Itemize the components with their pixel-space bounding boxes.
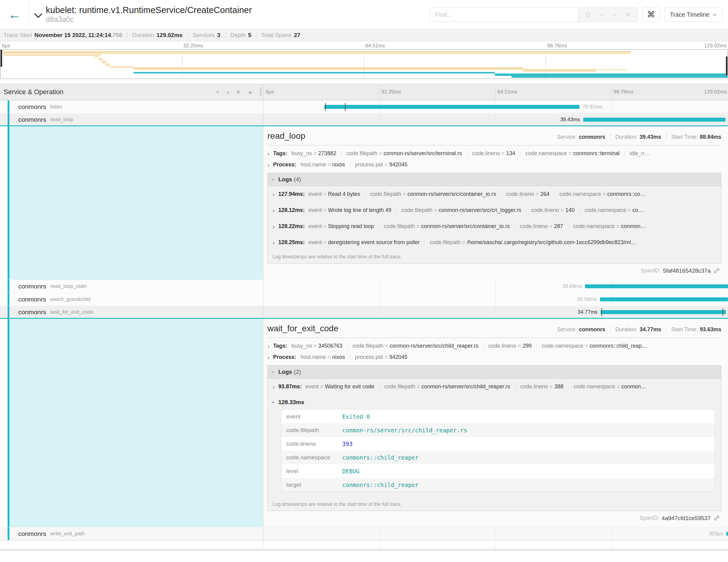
span-bar[interactable] (585, 284, 728, 288)
find-locate-button[interactable] (581, 11, 595, 18)
trace-id: d8a3a0c (46, 15, 252, 24)
logs-header[interactable]: › Logs (4) (268, 173, 721, 186)
span-timeline-cell[interactable]: 39.43ms (263, 114, 728, 125)
logs-count: (4) (294, 176, 301, 183)
find-control: › › (430, 8, 638, 22)
span-link-button[interactable] (713, 267, 720, 274)
span-row-write-exit-path[interactable]: conmonrs write_exit_path 303μs (0, 527, 728, 540)
span-bar[interactable] (600, 310, 726, 314)
log-entry-expanded[interactable]: › 128.33ms (268, 395, 721, 409)
partial-span-row (0, 540, 728, 549)
link-icon (713, 515, 720, 522)
minimap-span (106, 63, 110, 66)
expand-one-button[interactable]: › (227, 88, 229, 96)
duration-label: Duration (132, 32, 154, 39)
log-fields-table: event Exited 0 code.filepath conmon-rs/s… (281, 409, 715, 492)
chevron-right-icon: › (273, 384, 275, 390)
log-entry[interactable]: › 128.22ms: event=Stopping read loop cod… (268, 218, 721, 234)
column-resizer[interactable] (260, 88, 262, 96)
span-detail-wait-for-exit-code: wait_for_exit_code Service:conmonrs Dura… (0, 319, 728, 527)
log-marker[interactable] (601, 308, 602, 316)
span-timeline-cell[interactable]: 35.58ms (263, 293, 728, 306)
service-color-bar (8, 100, 9, 113)
service-value: conmonrs (579, 134, 605, 140)
log-entry[interactable]: › 127.94ms: event=Read 4 bytes code.file… (268, 186, 721, 202)
log-entry[interactable]: › 128.12ms: event=Wrote log line of leng… (268, 202, 721, 218)
log-marker[interactable] (345, 103, 345, 111)
minimap-span (512, 76, 727, 78)
minimap-left-handle[interactable] (1, 50, 2, 67)
log-marker[interactable] (325, 103, 326, 111)
collapse-one-button[interactable]: › (214, 91, 222, 93)
process-row[interactable]: › Process: host.name=nixos process.pid=9… (267, 162, 721, 168)
start-time-label: Start Time: (671, 134, 698, 140)
minimap-span (4, 54, 101, 56)
detail-title: wait_for_exit_code (267, 324, 338, 333)
chevron-right-icon: › (267, 162, 270, 168)
minimap-span (134, 72, 495, 73)
tags-row[interactable]: › Tags: busy_ns=34506763 code.filepath=c… (267, 343, 721, 349)
trace-collapse-toggle[interactable] (34, 13, 43, 18)
logs-section: › Logs (2) › 93.87ms: event=Waiting for … (267, 365, 721, 511)
find-clear-button[interactable] (621, 12, 635, 18)
span-bar[interactable] (726, 532, 728, 536)
ruler-tick: 129.02ms (704, 43, 727, 49)
x-icon (625, 12, 631, 17)
span-bar[interactable] (600, 298, 728, 301)
ruler-tick: 64.51ms (365, 43, 385, 49)
log-marker[interactable] (723, 308, 723, 316)
find-prev-button[interactable]: › (595, 11, 608, 18)
duration-label: Duration: (615, 134, 638, 140)
span-timeline-cell[interactable]: 70.91ms (263, 100, 728, 113)
spanid-label: SpanID: (641, 267, 661, 274)
span-timeline-cell[interactable]: 39.69ms (263, 280, 728, 293)
logs-note: Log timestamps are relative to the start… (268, 250, 721, 263)
span-link-button[interactable] (713, 515, 720, 522)
span-row-read-loop-stdin[interactable]: conmonrs read_loop_stdin 39.69ms (0, 280, 728, 293)
expand-all-button[interactable]: » (248, 88, 252, 96)
view-selector-button[interactable]: Trace Timeline (664, 8, 723, 22)
span-row-watch-grandchild[interactable]: conmonrs watch_grandchild 35.58ms (0, 293, 728, 306)
span-timeline-cell[interactable]: 303μs (263, 527, 728, 540)
service-label: Service: (557, 326, 577, 333)
span-row-read-loop[interactable]: conmonrs read_loop 39.43ms (0, 113, 728, 126)
bottom-strip (0, 549, 728, 551)
chevron-right-icon: › (267, 151, 270, 157)
back-button[interactable]: ← (0, 0, 29, 29)
span-row-listen[interactable]: conmonrs listen 70.91ms (0, 100, 728, 113)
find-next-button[interactable]: › (608, 11, 621, 18)
span-bar[interactable] (583, 118, 725, 121)
span-bar[interactable] (324, 105, 580, 109)
log-entry[interactable]: › 93.87ms: event=Waiting for exit code c… (268, 379, 721, 395)
span-row-wait-for-exit-code[interactable]: conmonrs wait_for_exit_code 34.77ms (0, 306, 728, 319)
spanid-value: 4a947cfd1ce59537 (662, 515, 711, 522)
service-name: conmonrs (18, 530, 46, 537)
find-input[interactable] (430, 8, 578, 22)
page-header: ← kubelet: runtime.v1.RuntimeService/Cre… (0, 0, 728, 29)
chevron-right-icon: › (267, 343, 270, 349)
table-row: level DEBUG (281, 464, 715, 478)
total-spans-label: Total Spans (261, 32, 291, 39)
span-timeline-cell[interactable]: 34.77ms (263, 306, 728, 318)
table-row: event Exited 0 (281, 410, 715, 423)
minimap-right-handle[interactable] (726, 56, 727, 75)
service-color-bar (8, 280, 9, 293)
table-row: code.filepath conmon-rs/server/src/child… (281, 423, 715, 437)
keyboard-shortcuts-button[interactable]: ⌘ (642, 8, 660, 22)
duration-value: 39.43ms (640, 134, 661, 140)
operation-name: write_exit_path (50, 531, 85, 537)
ruler-tick: 0μs (266, 89, 274, 95)
tags-row[interactable]: › Tags: busy_ns=273882 code.filepath=con… (267, 150, 721, 157)
chevron-right-icon: › (267, 354, 270, 360)
minimap-canvas[interactable] (0, 49, 728, 79)
arrow-left-icon: ← (8, 8, 21, 21)
minimap-span (3, 51, 631, 54)
span-duration-label: 303μs (709, 531, 723, 537)
process-row[interactable]: › Process: host.name=nixos process.pid=9… (267, 354, 721, 360)
depth-label: Depth (230, 32, 246, 39)
log-entry[interactable]: › 128.25ms: event=deregistering event so… (268, 234, 721, 250)
chevron-right-icon: › (273, 240, 275, 246)
logs-header[interactable]: › Logs (2) (268, 366, 721, 379)
collapse-all-button[interactable]: » (235, 90, 242, 94)
span-duration-label: 35.58ms (577, 296, 597, 302)
